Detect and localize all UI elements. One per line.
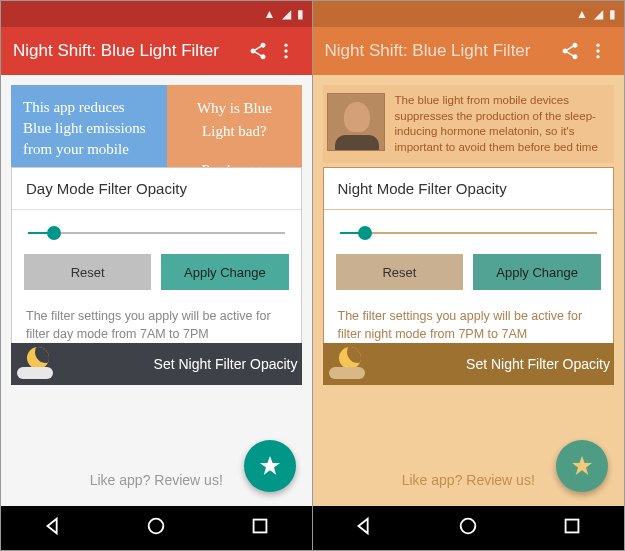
opacity-card: Night Mode Filter Opacity Reset Apply Ch… [323, 167, 615, 358]
svg-point-2 [284, 55, 287, 58]
opacity-slider[interactable] [28, 232, 285, 234]
battery-icon: ▮ [609, 7, 616, 21]
app-bar: Night Shift: Blue Light Filter [313, 27, 625, 75]
slider-thumb[interactable] [358, 226, 372, 240]
svg-point-0 [284, 44, 287, 47]
back-icon[interactable] [353, 515, 375, 541]
favorite-fab[interactable] [556, 440, 608, 492]
recent-icon[interactable] [561, 515, 583, 541]
testimonial-row: The blue light from mobile devices suppr… [323, 85, 615, 163]
night-filter-bar[interactable]: Set Night Filter Opacity [323, 343, 615, 385]
svg-point-8 [461, 519, 476, 534]
reset-button[interactable]: Reset [336, 254, 464, 290]
status-bar: ▲ ◢ ▮ [1, 1, 312, 27]
home-icon[interactable] [145, 515, 167, 541]
card-title: Night Mode Filter Opacity [324, 168, 614, 210]
testimonial-text: The blue light from mobile devices suppr… [395, 93, 611, 155]
apply-button[interactable]: Apply Change [473, 254, 601, 290]
svg-point-6 [596, 50, 599, 53]
wifi-icon: ▲ [264, 7, 276, 21]
svg-point-3 [149, 519, 164, 534]
reset-button[interactable]: Reset [24, 254, 151, 290]
svg-rect-9 [566, 520, 579, 533]
svg-point-1 [284, 50, 287, 53]
card-title: Day Mode Filter Opacity [12, 168, 301, 210]
app-title: Night Shift: Blue Light Filter [13, 41, 244, 61]
overflow-menu-icon[interactable] [272, 41, 300, 62]
apply-button[interactable]: Apply Change [161, 254, 288, 290]
svg-point-5 [596, 44, 599, 47]
night-bar-label: Set Night Filter Opacity [154, 356, 298, 372]
recent-icon[interactable] [249, 515, 271, 541]
back-icon[interactable] [42, 515, 64, 541]
signal-icon: ◢ [282, 7, 291, 21]
cloud-icon [329, 367, 365, 379]
opacity-card: Day Mode Filter Opacity Reset Apply Chan… [11, 167, 302, 358]
share-icon[interactable] [244, 41, 272, 62]
avatar [327, 93, 385, 151]
wifi-icon: ▲ [576, 7, 588, 21]
slider-thumb[interactable] [47, 226, 61, 240]
share-icon[interactable] [556, 41, 584, 62]
app-title: Night Shift: Blue Light Filter [325, 41, 557, 61]
night-bar-label: Set Night Filter Opacity [466, 356, 610, 372]
night-filter-bar[interactable]: Set Night Filter Opacity [11, 343, 302, 385]
cloud-icon [17, 367, 53, 379]
signal-icon: ◢ [594, 7, 603, 21]
home-icon[interactable] [457, 515, 479, 541]
app-bar: Night Shift: Blue Light Filter [1, 27, 312, 75]
status-bar: ▲ ◢ ▮ [313, 1, 625, 27]
overflow-menu-icon[interactable] [584, 41, 612, 62]
svg-rect-4 [253, 520, 266, 533]
nav-bar [313, 506, 625, 550]
opacity-slider[interactable] [340, 232, 598, 234]
battery-icon: ▮ [297, 7, 304, 21]
nav-bar [1, 506, 312, 550]
favorite-fab[interactable] [244, 440, 296, 492]
svg-point-7 [596, 55, 599, 58]
info-question: Why is Blue Light bad? [179, 97, 289, 142]
